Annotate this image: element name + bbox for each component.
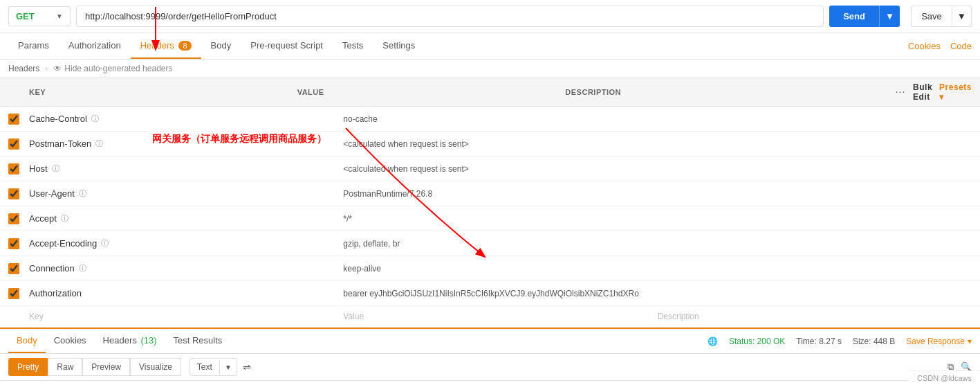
save-response-button[interactable]: Save Response ▾ bbox=[906, 337, 972, 346]
value-cell-7: bearer eyJhbGciOiJSUzI1NiIsInR5cCI6IkpXV… bbox=[343, 289, 657, 298]
key-cell-0: Cache-Control ⓘ bbox=[29, 114, 343, 124]
info-icon-5[interactable]: ⓘ bbox=[101, 238, 109, 249]
raw-button[interactable]: Raw bbox=[48, 358, 82, 376]
send-button[interactable]: Send bbox=[829, 6, 879, 27]
cookies-link[interactable]: Cookies bbox=[908, 41, 941, 51]
table-row: Postman-Token ⓘ <calculated when request… bbox=[0, 132, 980, 156]
eye-icon: 👁 bbox=[53, 64, 62, 73]
method-select[interactable]: GET ▼ bbox=[8, 6, 71, 26]
headers-label: Headers bbox=[8, 64, 39, 73]
tab-settings[interactable]: Settings bbox=[373, 33, 425, 59]
send-btn-group: Send ▼ bbox=[829, 6, 900, 27]
tab-pre-request[interactable]: Pre-request Script bbox=[241, 33, 333, 59]
table-row: User-Agent ⓘ PostmanRuntime/7.26.8 bbox=[0, 181, 980, 206]
presets-button[interactable]: Presets ▾ bbox=[939, 82, 972, 102]
preview-button[interactable]: Preview bbox=[82, 358, 130, 376]
table-row: Authorization bearer eyJhbGciOiJSUzI1NiI… bbox=[0, 281, 980, 306]
key-cell-4: Accept ⓘ bbox=[29, 213, 343, 224]
empty-value[interactable]: Value bbox=[343, 312, 657, 321]
footer-text: CSDN @ldcaws bbox=[917, 374, 972, 382]
visualize-button[interactable]: Visualize bbox=[130, 358, 181, 376]
empty-key[interactable]: Key bbox=[29, 312, 343, 321]
pretty-button[interactable]: Pretty bbox=[8, 358, 48, 376]
info-icon-6[interactable]: ⓘ bbox=[79, 263, 86, 274]
response-tab-cookies[interactable]: Cookies bbox=[46, 329, 95, 353]
value-cell-5: gzip, deflate, br bbox=[343, 239, 657, 249]
info-icon-2[interactable]: ⓘ bbox=[52, 163, 59, 174]
tab-headers[interactable]: Headers 8 bbox=[131, 33, 201, 59]
value-cell-3: PostmanRuntime/7.26.8 bbox=[343, 189, 657, 199]
empty-row: Key Value Description bbox=[0, 306, 980, 328]
table-row: Accept ⓘ */* bbox=[0, 206, 980, 231]
row-checkbox-1[interactable] bbox=[8, 138, 19, 150]
headers-table: KEY VALUE DESCRIPTION ··· Bulk Edit Pres… bbox=[0, 78, 980, 328]
info-icon-3[interactable]: ⓘ bbox=[79, 188, 86, 199]
hide-autogenerated-link[interactable]: 👁 Hide auto-generated headers bbox=[53, 64, 172, 73]
col-key: KEY bbox=[29, 88, 297, 96]
method-value: GET bbox=[16, 11, 35, 21]
key-cell-7: Authorization bbox=[29, 288, 343, 298]
tab-params[interactable]: Params bbox=[8, 33, 59, 59]
response-tab-body[interactable]: Body bbox=[8, 329, 46, 353]
footer: CSDN @ldcaws bbox=[909, 370, 980, 385]
response-size: Size: 448 B bbox=[853, 337, 895, 346]
top-bar: GET ▼ Send ▼ Save ▼ bbox=[0, 0, 980, 33]
row-checkbox-6[interactable] bbox=[8, 263, 19, 274]
row-checkbox-4[interactable] bbox=[8, 213, 19, 224]
table-col-actions: ··· Bulk Edit Presets ▾ bbox=[916, 82, 972, 102]
wrap-icon[interactable]: ⇌ bbox=[243, 361, 251, 373]
save-response-arrow: ▾ bbox=[968, 337, 972, 346]
tab-body[interactable]: Body bbox=[201, 33, 241, 59]
tab-tests[interactable]: Tests bbox=[333, 33, 373, 59]
info-icon-0[interactable]: ⓘ bbox=[91, 114, 99, 124]
globe-icon: 🌐 bbox=[708, 337, 718, 346]
annotation-text: 网关服务（订单服务远程调用商品服务） bbox=[152, 133, 326, 145]
value-cell-4: */* bbox=[343, 214, 657, 224]
row-checkbox-3[interactable] bbox=[8, 188, 19, 199]
format-dropdown[interactable]: Text ▼ bbox=[189, 358, 237, 376]
save-dropdown-button[interactable]: ▼ bbox=[952, 6, 972, 27]
response-body: 1 hello, this is product service bbox=[0, 381, 980, 385]
format-arrow[interactable]: ▼ bbox=[219, 360, 237, 375]
response-tab-nav: Body Cookies Headers (13) Test Results 🌐… bbox=[0, 328, 980, 354]
table-row: Cache-Control ⓘ no-cache bbox=[0, 107, 980, 132]
request-tab-nav: Params Authorization Headers 8 Body Pre-… bbox=[0, 33, 980, 60]
method-arrow: ▼ bbox=[56, 12, 63, 20]
info-icon-1[interactable]: ⓘ bbox=[95, 138, 103, 149]
key-cell-6: Connection ⓘ bbox=[29, 263, 343, 274]
col-description: DESCRIPTION bbox=[565, 88, 833, 96]
format-value: Text bbox=[190, 359, 219, 375]
save-button[interactable]: Save bbox=[911, 6, 952, 27]
col-value: VALUE bbox=[297, 88, 566, 96]
row-checkbox-0[interactable] bbox=[8, 114, 19, 125]
send-dropdown-button[interactable]: ▼ bbox=[879, 6, 900, 27]
more-options-icon[interactable]: ··· bbox=[896, 88, 906, 96]
key-cell-5: Accept-Encoding ⓘ bbox=[29, 238, 343, 249]
response-toolbar: Pretty Raw Preview Visualize Text ▼ ⇌ ⧉ … bbox=[0, 354, 980, 381]
info-icon-4[interactable]: ⓘ bbox=[61, 213, 68, 224]
table-header-row: KEY VALUE DESCRIPTION ··· Bulk Edit Pres… bbox=[0, 78, 980, 107]
row-checkbox-7[interactable] bbox=[8, 288, 19, 299]
status-ok: Status: 200 OK bbox=[729, 337, 785, 346]
save-btn-group: Save ▼ bbox=[911, 6, 972, 27]
table-row: Connection ⓘ keep-alive bbox=[0, 256, 980, 281]
code-link[interactable]: Code bbox=[950, 41, 972, 51]
tab-authorization[interactable]: Authorization bbox=[59, 33, 131, 59]
empty-desc[interactable]: Description bbox=[658, 312, 972, 321]
response-tab-test-results[interactable]: Test Results bbox=[165, 329, 231, 353]
response-status-bar: 🌐 Status: 200 OK Time: 8.27 s Size: 448 … bbox=[708, 337, 972, 346]
table-row: Host ⓘ <calculated when request is sent> bbox=[0, 156, 980, 181]
bulk-edit-button[interactable]: Bulk Edit bbox=[913, 82, 932, 102]
headers-badge: 8 bbox=[178, 41, 191, 51]
row-checkbox-5[interactable] bbox=[8, 238, 19, 249]
response-headers-badge: (13) bbox=[140, 335, 156, 346]
key-cell-2: Host ⓘ bbox=[29, 163, 343, 174]
row-checkbox-2[interactable] bbox=[8, 163, 19, 174]
table-row: Accept-Encoding ⓘ gzip, deflate, br bbox=[0, 231, 980, 256]
value-cell-1: <calculated when request is sent> 网关服务（订… bbox=[343, 139, 657, 149]
value-cell-6: keep-alive bbox=[343, 264, 657, 274]
response-tab-headers[interactable]: Headers (13) bbox=[95, 329, 165, 353]
url-input[interactable] bbox=[76, 6, 824, 27]
value-cell-2: <calculated when request is sent> bbox=[343, 164, 657, 174]
response-time: Time: 8.27 s bbox=[796, 337, 842, 346]
